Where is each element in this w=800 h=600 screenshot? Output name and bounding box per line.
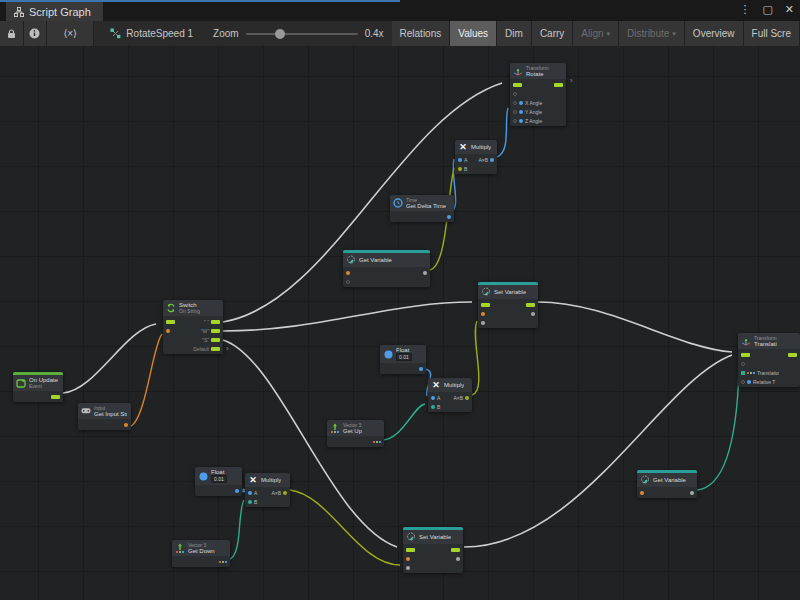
overview-button[interactable]: Overview: [685, 21, 744, 46]
exec-in-port[interactable]: [513, 83, 522, 87]
node-get-down[interactable]: Vector 3Get Down: [172, 540, 230, 567]
node-get-up[interactable]: Vector 3Get Up: [327, 420, 384, 447]
node-get-delta-time[interactable]: TimeGet Delta Time: [390, 195, 454, 222]
exec-out-port[interactable]: [51, 395, 60, 399]
node-float-center[interactable]: Float0.01: [380, 345, 426, 374]
value-out-port[interactable]: [419, 367, 423, 371]
a-port[interactable]: [248, 491, 252, 495]
value-out-port[interactable]: [456, 557, 460, 561]
dim-button[interactable]: Dim: [497, 21, 532, 46]
relative-to-port[interactable]: [741, 380, 745, 384]
exec-out-port[interactable]: [451, 548, 460, 552]
full-screen-button[interactable]: Full Scre: [744, 21, 800, 46]
value-out-port[interactable]: [690, 491, 694, 495]
b-port[interactable]: [248, 500, 252, 504]
wire-exec-update-to-switch[interactable]: [63, 324, 156, 393]
node-multiply-bottom[interactable]: ✕Multiply AA×B B: [245, 473, 290, 507]
wire-exec-switch-to-setvar-center[interactable]: [223, 302, 472, 331]
wire-vector-getdown-to-multiply[interactable]: [228, 500, 244, 560]
lock-button[interactable]: [0, 21, 24, 46]
node-set-variable-bottom[interactable]: Set Variable: [403, 527, 463, 573]
wire-string-input-to-switch[interactable]: [129, 334, 162, 427]
target-port[interactable]: [741, 362, 745, 366]
value-in-port[interactable]: [481, 321, 485, 325]
exec-in-port[interactable]: [741, 353, 750, 357]
z-angle-port[interactable]: [513, 119, 517, 123]
float-value-field[interactable]: 0.01: [211, 475, 227, 483]
b-port[interactable]: [431, 405, 435, 409]
case-out-port[interactable]: [211, 329, 220, 333]
case-out-port[interactable]: [211, 320, 220, 324]
exec-in-port[interactable]: [166, 320, 175, 324]
name-port[interactable]: [406, 557, 410, 561]
vector3-in-port[interactable]: [741, 371, 745, 375]
node-translate[interactable]: TransformTranslati Translatio Relative T: [738, 333, 800, 387]
b-port[interactable]: [458, 167, 462, 171]
menu-icon[interactable]: ⋮: [739, 3, 750, 15]
graph-canvas[interactable]: TransformRotate X Angle Y Angle Z Angle …: [0, 46, 800, 600]
maximize-icon[interactable]: ▢: [762, 3, 772, 15]
node-switch-on-string[interactable]: SwitchOn String " " "W" "S" Default: [163, 300, 223, 354]
value-out-port[interactable]: [423, 271, 427, 275]
selector-port[interactable]: [166, 329, 170, 333]
exec-out-port[interactable]: [526, 303, 535, 307]
wire-exec-setvar-bottom-to-translate[interactable]: [464, 355, 732, 547]
values-button[interactable]: Values: [450, 21, 497, 46]
node-rotate[interactable]: TransformRotate X Angle Y Angle Z Angle: [510, 63, 566, 126]
vector3-out-port[interactable]: [373, 441, 381, 443]
zoom-slider[interactable]: [246, 33, 358, 35]
node-on-update[interactable]: On UpdateEvent: [13, 372, 63, 402]
value-out-port[interactable]: [124, 423, 128, 427]
result-port[interactable]: [490, 158, 494, 162]
info-button[interactable]: [24, 21, 48, 46]
tab-bar: Script Graph ⋮ ▢ ✕: [0, 0, 800, 21]
default-out-port[interactable]: [211, 347, 220, 351]
case-out-port[interactable]: [211, 338, 220, 342]
graph-reference[interactable]: RotateSpeed 1: [94, 21, 205, 46]
name-port[interactable]: [640, 491, 644, 495]
fallback-port[interactable]: [346, 280, 350, 284]
name-port[interactable]: [346, 271, 350, 275]
close-icon[interactable]: ✕: [785, 3, 794, 15]
exec-in-port[interactable]: [406, 548, 415, 552]
tab-script-graph[interactable]: Script Graph: [6, 1, 103, 21]
wire-vector-getup-to-multiply[interactable]: [381, 404, 425, 440]
wire-float-multiply-to-rotate[interactable]: [497, 108, 508, 157]
switch-icon: [166, 303, 176, 313]
name-port[interactable]: [481, 312, 485, 316]
node-get-input-string[interactable]: InputGet Input Strin: [78, 403, 131, 430]
exec-out-port[interactable]: [554, 83, 563, 87]
wire-vector-getvar-to-translate[interactable]: [697, 371, 739, 490]
variable-icon: [406, 532, 416, 542]
zoom-slider-handle[interactable]: [275, 29, 285, 39]
result-port[interactable]: [465, 396, 469, 400]
node-float-bottom[interactable]: Float0.01: [195, 467, 242, 496]
wire-product-multiply-to-setvar-center[interactable]: [472, 321, 479, 395]
node-multiply-top[interactable]: ✕Multiply AA×B B: [455, 140, 497, 174]
distribute-button[interactable]: Distribute▾: [619, 21, 685, 46]
value-out-port[interactable]: [235, 489, 239, 493]
node-set-variable-center[interactable]: Set Variable: [478, 282, 538, 328]
target-port[interactable]: [513, 92, 517, 96]
wire-exec-setvar-center-to-translate[interactable]: [538, 302, 732, 352]
exec-in-port[interactable]: [481, 303, 490, 307]
relations-button[interactable]: Relations: [392, 21, 451, 46]
node-get-variable-right[interactable]: Get Variable: [637, 470, 697, 498]
value-in-port[interactable]: [406, 566, 410, 570]
a-port[interactable]: [458, 158, 462, 162]
carry-button[interactable]: Carry: [532, 21, 573, 46]
zoom-to-fit-button[interactable]: ⟨×⟩: [47, 21, 94, 46]
node-multiply-center[interactable]: ✕Multiply AA×B B: [428, 378, 472, 412]
vector3-out-port[interactable]: [219, 561, 227, 563]
float-value-field[interactable]: 0.01: [396, 353, 412, 361]
a-port[interactable]: [431, 396, 435, 400]
multiply-icon: ✕: [248, 475, 258, 485]
node-get-variable-top[interactable]: Get Variable: [343, 250, 430, 287]
result-port[interactable]: [283, 491, 287, 495]
exec-out-port[interactable]: [788, 353, 797, 357]
x-angle-port[interactable]: [513, 101, 517, 105]
value-out-port[interactable]: [447, 215, 451, 219]
y-angle-port[interactable]: [513, 110, 517, 114]
value-out-port[interactable]: [531, 312, 535, 316]
align-button[interactable]: Align▾: [573, 21, 619, 46]
